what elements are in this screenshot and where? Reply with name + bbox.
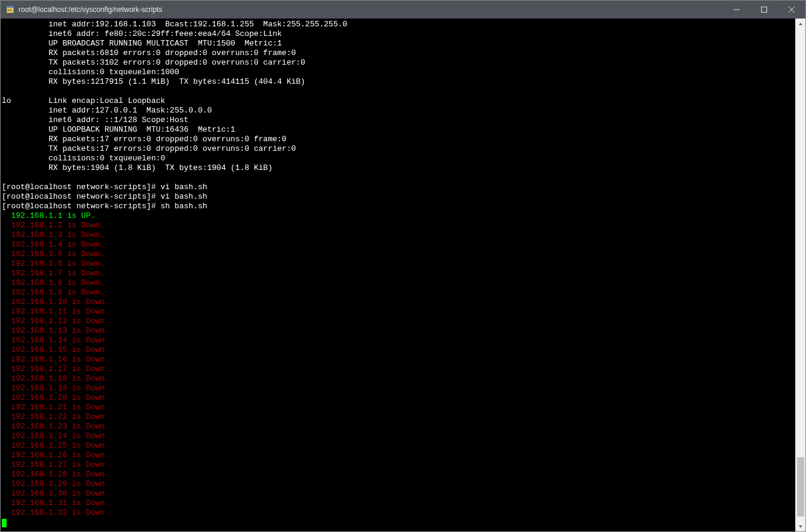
ping-result-line: 192.168.1.11 is Down. [2,307,109,316]
ping-result-line: 192.168.1.16 is Down. [2,355,109,364]
ping-result-line: 192.168.1.12 is Down. [2,317,109,326]
ping-result-line: 192.168.1.19 is Down. [2,384,109,393]
ping-result-line: 192.168.1.27 is Down. [2,460,109,469]
svg-rect-5 [762,7,767,13]
chevron-up-icon [798,22,803,26]
ping-result-line: 192.168.1.28 is Down. [2,470,109,479]
minimize-icon [734,7,740,13]
scrollbar-thumb[interactable] [797,457,804,516]
chevron-down-icon [798,524,803,529]
ping-result-line: 192.168.1.10 is Down. [2,297,109,306]
ping-result-line: 192.168.1.24 is Down. [2,431,109,440]
ping-result-line: 192.168.1.22 is Down. [2,412,109,421]
title-bar[interactable]: root@localhost:/etc/sysconfig/network-sc… [1,1,805,19]
scroll-up-button[interactable] [796,19,805,29]
ping-result-line: 192.168.1.13 is Down. [2,326,109,335]
terminal-cursor [2,519,7,527]
ping-result-line: 192.168.1.18 is Down. [2,374,109,383]
ping-result-line: 192.168.1.8 is Down. [2,278,105,287]
maximize-icon [761,7,767,13]
window-title: root@localhost:/etc/sysconfig/network-sc… [19,5,162,14]
ping-result-line: 192.168.1.32 is Down. [2,508,109,517]
ping-result-line: 192.168.1.23 is Down. [2,422,109,431]
ping-result-line: 192.168.1.26 is Down. [2,451,109,460]
app-window: root@localhost:/etc/sysconfig/network-sc… [0,0,806,532]
ping-result-line: 192.168.1.31 is Down. [2,498,109,507]
maximize-button[interactable] [750,1,778,19]
svg-rect-1 [7,6,14,8]
ping-result-line: 192.168.1.30 is Down. [2,489,109,498]
ping-result-line: 192.168.1.7 is Down. [2,269,105,278]
ping-result-line: 192.168.1.29 is Down. [2,479,109,488]
app-icon [5,5,15,14]
ping-result-line: 192.168.1.5 is Down. [2,250,105,259]
ping-result-line: 192.168.1.20 is Down. [2,393,109,402]
close-button[interactable] [778,1,805,19]
ping-result-line: 192.168.1.3 is Down. [2,230,105,239]
ping-result-line: 192.168.1.25 is Down. [2,441,109,450]
ping-result-line: 192.168.1.15 is Down. [2,345,109,354]
scrollbar-track[interactable] [796,29,805,521]
ping-result-line: 192.168.1.1 is UP. [2,211,95,220]
svg-point-3 [10,10,11,11]
terminal[interactable]: inet addr:192.168.1.103 Bcast:192.168.1.… [1,19,795,531]
ping-result-line: 192.168.1.21 is Down. [2,403,109,412]
minimize-button[interactable] [723,1,750,19]
ping-result-line: 192.168.1.17 is Down. [2,364,109,373]
svg-point-2 [8,10,9,11]
ping-result-line: 192.168.1.6 is Down. [2,259,105,268]
client-area: inet addr:192.168.1.103 Bcast:192.168.1.… [1,19,805,531]
svg-marker-9 [799,525,802,528]
scroll-down-button[interactable] [796,521,805,531]
ping-result-line: 192.168.1.2 is Down. [2,221,105,230]
ping-result-line: 192.168.1.14 is Down. [2,336,109,345]
svg-marker-8 [799,23,802,25]
ping-result-line: 192.168.1.4 is Down. [2,240,105,249]
title-left: root@localhost:/etc/sysconfig/network-sc… [5,5,162,14]
vertical-scrollbar[interactable] [795,19,805,531]
window-controls [723,1,805,19]
close-icon [789,7,795,13]
ping-result-line: 192.168.1.9 is Down. [2,288,105,297]
